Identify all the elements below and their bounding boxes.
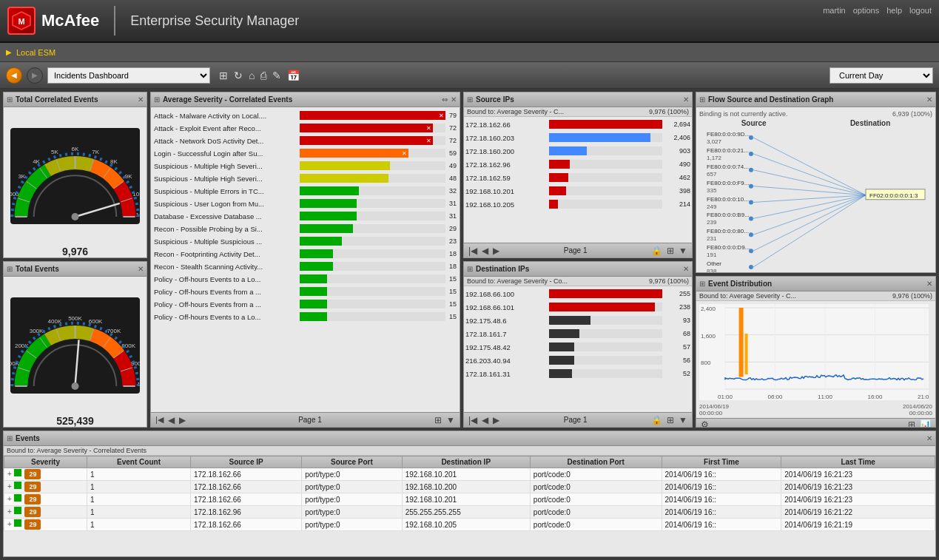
panel-close-icon[interactable]: ✕: [926, 95, 932, 104]
ip-label: 172.18.162.66: [465, 121, 547, 129]
bar-value: 15: [449, 300, 457, 308]
cell-first-time: 2014/06/19 16::: [662, 468, 781, 481]
next-page-btn[interactable]: ▶: [491, 246, 501, 256]
calendar-icon[interactable]: 📅: [286, 69, 301, 82]
bar-row: Policy - Off-hours Events to a Lo... 15: [154, 311, 457, 323]
cell-dst-port: port/code:0: [530, 506, 662, 519]
brand-name: McAfee: [41, 11, 99, 30]
ip-label: 172.18.162.59: [465, 174, 547, 182]
edit-icon[interactable]: ✎: [271, 69, 283, 82]
bar-track: [300, 224, 445, 233]
svg-point-8: [749, 152, 753, 156]
panel-close-icon[interactable]: ✕: [138, 95, 144, 104]
event-dist-panel: ⊞ Event Distribution ✕ Bound to: Average…: [696, 276, 936, 428]
svg-text:Other: Other: [707, 260, 721, 267]
first-page-btn[interactable]: |◀: [467, 246, 479, 256]
options-link[interactable]: options: [853, 6, 879, 15]
grid-view-btn[interactable]: ⊞: [665, 415, 676, 425]
ip-row: 192.175.48.42 57: [465, 341, 690, 353]
settings-icon[interactable]: ⚙: [699, 419, 710, 428]
expand-icon[interactable]: ⇔: [442, 95, 448, 104]
ip-value: 2,694: [664, 121, 690, 128]
prev-page-btn[interactable]: ◀: [480, 415, 490, 425]
prev-page-btn[interactable]: ◀: [480, 246, 490, 256]
bar-label: Database - Excessive Database ...: [154, 212, 298, 220]
svg-line-39: [753, 195, 866, 267]
panel-close-icon[interactable]: ✕: [138, 265, 144, 273]
severity-indicator: [14, 482, 21, 489]
filter-btn[interactable]: ▼: [677, 246, 689, 256]
ip-bar-fill: [549, 289, 662, 298]
print-icon[interactable]: ⎙: [259, 69, 268, 82]
grid-view-btn[interactable]: ⊞: [665, 246, 676, 256]
chart-btn[interactable]: 📊: [918, 419, 932, 428]
grid-icon[interactable]: ⊞: [218, 69, 229, 82]
grid-view-btn[interactable]: ⊞: [906, 419, 917, 428]
panel-icon: ⊞: [154, 95, 160, 104]
home-icon[interactable]: ⌂: [247, 69, 256, 82]
first-page-btn[interactable]: |◀: [467, 415, 479, 425]
svg-point-20: [749, 200, 753, 205]
total-events-content: 525,439: [4, 277, 147, 427]
lock-btn[interactable]: 🔒: [650, 415, 664, 425]
svg-text:FE80:0:0:0:80...: FE80:0:0:0:80...: [707, 228, 749, 235]
bar-track: [300, 212, 445, 220]
bar-label: Attack - Exploit Event after Reco...: [154, 124, 298, 132]
filter-btn[interactable]: ▼: [677, 415, 689, 425]
event-dist-content: 2014/06/1900:00:00 2014/06/2000:00:00: [696, 301, 935, 418]
panel-close-icon[interactable]: ✕: [926, 280, 932, 288]
svg-point-28: [749, 232, 753, 237]
cell-dst-ip: 192.168.10.200: [402, 481, 530, 493]
help-link[interactable]: help: [886, 6, 902, 15]
ip-row: 192.175.48.6 93: [465, 314, 690, 326]
panel-close-icon[interactable]: ✕: [683, 95, 689, 104]
panel-close-icon[interactable]: ✕: [683, 265, 689, 273]
expand-btn[interactable]: +: [7, 520, 12, 528]
flow-svg: FF02:0:0:0:0:0:1:3FE80:0:0:0:9D...3,027F…: [699, 130, 929, 272]
ip-label: 192.175.48.42: [465, 343, 547, 351]
cell-dst-ip: 192.168.10.201: [402, 493, 530, 506]
panel-close-icon[interactable]: ✕: [926, 434, 932, 442]
bar-value: 23: [449, 237, 457, 245]
app-title: Enterprise Security Manager: [130, 13, 299, 29]
lock-btn[interactable]: 🔒: [650, 246, 664, 256]
ip-label: 192.168.66.101: [465, 303, 547, 311]
cell-src-ip: 172.18.162.96: [190, 506, 301, 519]
ip-row: 172.18.160.200 903: [465, 145, 690, 157]
time-range-selector[interactable]: Current Day: [829, 67, 933, 84]
col-source-ip: Source IP: [190, 456, 301, 468]
svg-text:M: M: [18, 17, 24, 26]
svg-line-19: [753, 186, 866, 195]
expand-btn[interactable]: +: [7, 470, 12, 478]
cell-dst-port: port/code:0: [530, 481, 662, 493]
dest-ips-bound: Bound to: Average Severity - Co... 9,976…: [464, 277, 692, 286]
bar-value: 15: [449, 313, 457, 320]
svg-text:FE80:0:0:0:10...: FE80:0:0:0:10...: [707, 196, 749, 203]
events-table-body: + 29 1 172.18.162.66 port/type:0 192.168…: [4, 468, 935, 531]
expand-btn[interactable]: +: [7, 482, 12, 490]
first-page-btn[interactable]: |◀: [154, 415, 165, 425]
refresh-icon[interactable]: ↻: [232, 69, 244, 82]
forward-button[interactable]: ▶: [27, 67, 43, 84]
grid-view-btn[interactable]: ⊞: [433, 415, 443, 425]
bar-value: 31: [449, 212, 457, 220]
bar-row: Suspicious - Multiple Errors in TC... 32: [154, 185, 457, 197]
dashboard-selector[interactable]: Incidents Dashboard: [47, 67, 210, 84]
avg-severity-panel: ⊞ Average Severity - Correlated Events ⇔…: [150, 92, 460, 428]
next-page-btn[interactable]: ▶: [491, 415, 501, 425]
panel-close-icon[interactable]: ✕: [451, 95, 457, 104]
bar-track: [300, 186, 445, 195]
ip-label: 172.18.161.7: [465, 330, 547, 338]
logout-link[interactable]: logout: [909, 6, 932, 15]
col-dest-ip: Destination IP: [402, 456, 530, 468]
total-correlated-header: ⊞ Total Correlated Events ✕: [4, 92, 147, 107]
next-page-btn[interactable]: ▶: [178, 415, 187, 425]
expand-btn[interactable]: +: [7, 495, 12, 503]
expand-btn[interactable]: +: [7, 507, 12, 516]
filter-btn[interactable]: ▼: [445, 415, 457, 425]
prev-page-btn[interactable]: ◀: [166, 415, 176, 425]
back-button[interactable]: ◀: [6, 67, 22, 84]
martin-link[interactable]: martin: [823, 6, 846, 15]
ip-bar-fill: [549, 146, 587, 155]
bar-value: 15: [449, 275, 457, 283]
